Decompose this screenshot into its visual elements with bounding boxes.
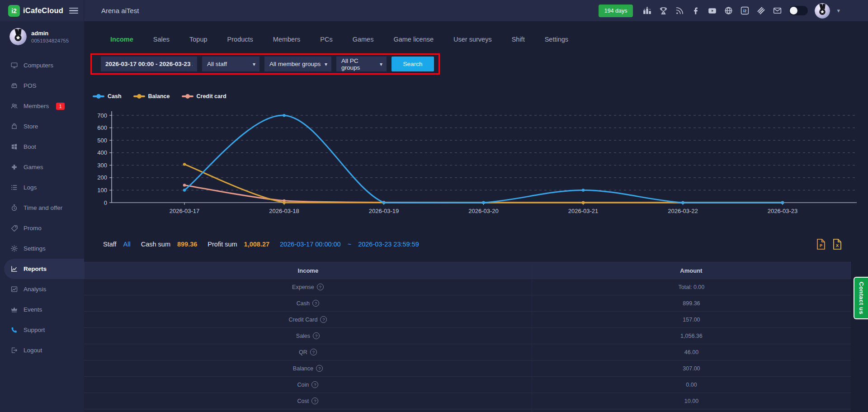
user-avatar[interactable] bbox=[815, 3, 830, 19]
help-icon[interactable] bbox=[313, 332, 320, 339]
table-row: Sales1,056.36 bbox=[84, 327, 851, 344]
gamepad-icon bbox=[10, 163, 18, 171]
tab-settings[interactable]: Settings bbox=[545, 36, 568, 43]
dark-mode-toggle[interactable] bbox=[789, 6, 808, 15]
svg-text:2026-03-20: 2026-03-20 bbox=[468, 208, 499, 214]
tab-pcs[interactable]: PCs bbox=[320, 36, 332, 43]
tab-shift[interactable]: Shift bbox=[512, 36, 525, 43]
help-icon[interactable] bbox=[317, 284, 324, 290]
sidebar-item-label: Store bbox=[24, 123, 38, 130]
legend-label: Cash bbox=[108, 93, 122, 99]
chevron-down-icon[interactable] bbox=[837, 7, 840, 14]
sidebar-item-label: Logout bbox=[24, 347, 42, 354]
sidebar-item-promo[interactable]: Promo bbox=[0, 218, 84, 238]
sidebar-item-events[interactable]: Events bbox=[0, 299, 84, 320]
help-icon[interactable] bbox=[311, 381, 318, 388]
sidebar: admin 0051934824755 ComputersPOSMembers1… bbox=[0, 21, 84, 412]
table-header: Income Amount bbox=[84, 262, 851, 279]
tab-games[interactable]: Games bbox=[353, 36, 374, 43]
contact-us-button[interactable]: Contact us bbox=[854, 277, 868, 319]
license-days-badge[interactable]: 194 days bbox=[599, 5, 633, 17]
globe-icon[interactable] bbox=[724, 6, 733, 15]
excel-export-icon[interactable]: X bbox=[833, 239, 842, 250]
income-cell: Credit Card bbox=[84, 312, 532, 327]
search-button[interactable]: Search bbox=[392, 57, 434, 71]
tab-user-surveys[interactable]: User surveys bbox=[453, 36, 492, 43]
date-range-input[interactable] bbox=[101, 57, 197, 71]
svg-text:400: 400 bbox=[97, 149, 107, 156]
stack-icon[interactable] bbox=[756, 6, 766, 15]
sidebar-item-store[interactable]: Store bbox=[0, 116, 84, 137]
table-row: ExpenseTotal: 0.00 bbox=[84, 279, 851, 295]
pdf-export-icon[interactable]: P bbox=[816, 239, 826, 250]
income-cell: Sales bbox=[84, 328, 532, 344]
trophy-icon[interactable] bbox=[659, 6, 668, 15]
exit-icon bbox=[10, 346, 18, 354]
sidebar-item-time-and-offer[interactable]: Time and offer bbox=[0, 198, 84, 218]
amount-cell: 307.00 bbox=[532, 360, 851, 376]
sidebar-item-logs[interactable]: Logs bbox=[0, 177, 84, 198]
main-content: IncomeSalesTopupProductsMembersPCsGamesG… bbox=[84, 21, 868, 412]
crown-icon bbox=[10, 306, 18, 313]
help-icon[interactable] bbox=[311, 398, 318, 404]
help-icon[interactable] bbox=[312, 300, 319, 307]
brand[interactable]: i2 iCafeCloud bbox=[8, 5, 63, 17]
toggle-knob bbox=[790, 7, 797, 14]
ranking-icon[interactable] bbox=[642, 6, 652, 15]
svg-text:300: 300 bbox=[97, 162, 107, 169]
phone-icon bbox=[10, 326, 18, 334]
youtube-icon[interactable] bbox=[708, 6, 717, 15]
table-row: Credit Card157.00 bbox=[84, 311, 851, 327]
legend-marker bbox=[182, 95, 193, 97]
help-icon[interactable] bbox=[316, 365, 323, 372]
staff-filter-value[interactable]: All bbox=[123, 241, 131, 248]
sidebar-item-label: Members bbox=[24, 103, 49, 109]
tab-sales[interactable]: Sales bbox=[153, 36, 170, 43]
sidebar-item-settings[interactable]: Settings bbox=[0, 238, 84, 259]
sidebar-item-label: Reports bbox=[24, 265, 47, 272]
sidebar-item-games[interactable]: Games bbox=[0, 157, 84, 177]
income-cell: Coin bbox=[84, 377, 532, 393]
profile[interactable]: admin 0051934824755 bbox=[0, 21, 84, 50]
sidebar-item-label: Games bbox=[24, 164, 43, 170]
column-header-amount: Amount bbox=[532, 262, 850, 279]
tab-products[interactable]: Products bbox=[227, 36, 253, 43]
tab-members[interactable]: Members bbox=[273, 36, 300, 43]
sidebar-item-label: POS bbox=[24, 82, 37, 89]
hamburger-menu-icon[interactable] bbox=[69, 8, 78, 14]
period-separator: ~ bbox=[348, 241, 351, 248]
icafe-icon[interactable]: i2 bbox=[740, 6, 750, 15]
users-icon bbox=[10, 102, 18, 110]
topbar: i2 iCafeCloud Arena aiTest 194 days i2 bbox=[0, 0, 868, 21]
income-cell: QR bbox=[84, 344, 532, 360]
sidebar-item-boot[interactable]: Boot bbox=[0, 137, 84, 157]
sidebar-item-support[interactable]: Support bbox=[0, 320, 84, 340]
legend-item-balance[interactable]: Balance bbox=[133, 93, 170, 99]
table-row: QR46.00 bbox=[84, 344, 851, 360]
svg-text:P: P bbox=[820, 243, 822, 248]
sidebar-item-logout[interactable]: Logout bbox=[0, 340, 84, 360]
svg-text:2026-03-18: 2026-03-18 bbox=[269, 208, 299, 214]
sidebar-item-computers[interactable]: Computers bbox=[0, 55, 84, 76]
member-groups-select[interactable]: All member groups bbox=[264, 57, 331, 71]
tab-topup[interactable]: Topup bbox=[189, 36, 208, 43]
sidebar-item-reports[interactable]: Reports bbox=[4, 259, 84, 279]
sidebar-item-pos[interactable]: POS bbox=[0, 76, 84, 96]
legend-item-credit-card[interactable]: Credit card bbox=[182, 93, 226, 99]
export-icons: P X bbox=[816, 239, 842, 250]
help-icon[interactable] bbox=[320, 316, 327, 323]
mail-icon[interactable] bbox=[773, 6, 782, 15]
summary-row: Staff All Cash sum 899.36 Profit sum 1,0… bbox=[84, 237, 868, 251]
pc-groups-select[interactable]: All PC groups bbox=[336, 57, 387, 71]
facebook-icon[interactable] bbox=[691, 6, 701, 15]
tab-game-license[interactable]: Game license bbox=[393, 36, 434, 43]
sidebar-item-analysis[interactable]: Analysis bbox=[0, 279, 84, 299]
help-icon[interactable] bbox=[310, 349, 317, 355]
tab-income[interactable]: Income bbox=[110, 36, 133, 43]
legend-item-cash[interactable]: Cash bbox=[93, 93, 122, 99]
sidebar-item-members[interactable]: Members1 bbox=[0, 96, 84, 116]
staff-select[interactable]: All staff bbox=[202, 57, 259, 71]
topbar-icons: i2 bbox=[642, 6, 782, 15]
rss-icon[interactable] bbox=[675, 6, 684, 15]
member-groups-value: All member groups bbox=[269, 61, 321, 67]
